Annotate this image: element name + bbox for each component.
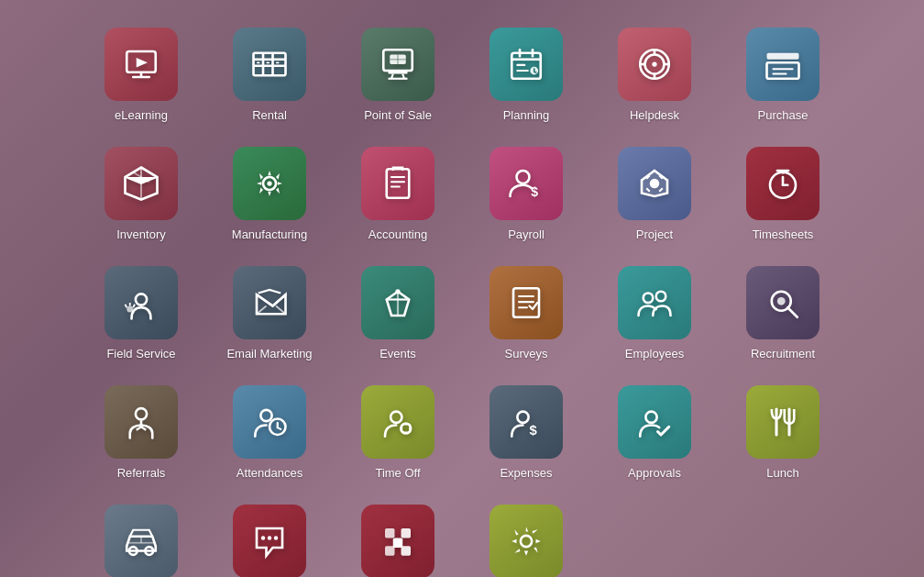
helpdesk-icon bbox=[618, 28, 691, 101]
events-icon bbox=[361, 266, 434, 339]
app-timesheets[interactable]: Timesheets bbox=[719, 138, 847, 257]
fieldservice-icon bbox=[104, 266, 178, 339]
app-grid: eLearning Rental Point of Sale Planning … bbox=[59, 0, 865, 577]
lunch-icon bbox=[746, 385, 820, 459]
purchase-icon bbox=[746, 28, 820, 101]
surveys-label: Surveys bbox=[505, 347, 548, 361]
app-project[interactable]: Project bbox=[590, 138, 719, 257]
svg-marker-1 bbox=[137, 58, 148, 68]
svg-point-58 bbox=[136, 294, 147, 305]
svg-rect-9 bbox=[257, 61, 260, 63]
svg-text:$: $ bbox=[531, 184, 538, 199]
app-emailmkt[interactable]: Email Marketing bbox=[205, 257, 334, 376]
employees-label: Employees bbox=[625, 347, 684, 361]
payroll-label: Payroll bbox=[508, 227, 544, 242]
svg-point-35 bbox=[652, 61, 656, 66]
app-manufacturing[interactable]: Manufacturing bbox=[205, 138, 334, 257]
svg-line-80 bbox=[278, 427, 281, 429]
timesheets-label: Timesheets bbox=[753, 227, 814, 242]
svg-rect-103 bbox=[385, 546, 395, 556]
svg-point-65 bbox=[395, 289, 400, 294]
payroll-icon: $ bbox=[490, 147, 563, 220]
app-accounting[interactable]: Accounting bbox=[334, 138, 462, 257]
svg-point-71 bbox=[656, 292, 666, 302]
app-timeoff[interactable]: Time Off bbox=[334, 376, 462, 495]
elearning-icon bbox=[104, 28, 178, 101]
app-pos[interactable]: Point of Sale bbox=[334, 18, 462, 138]
surveys-icon bbox=[490, 266, 563, 339]
rental-icon bbox=[233, 28, 306, 101]
app-payroll[interactable]: $ Payroll bbox=[462, 138, 590, 257]
app-approvals[interactable]: Approvals bbox=[590, 376, 719, 495]
app-purchase[interactable]: Purchase bbox=[719, 18, 847, 138]
planning-label: Planning bbox=[503, 108, 550, 123]
app-apps[interactable]: Apps bbox=[334, 495, 462, 577]
svg-line-62 bbox=[133, 305, 135, 308]
svg-text:$: $ bbox=[530, 423, 538, 438]
svg-rect-104 bbox=[402, 546, 412, 556]
app-surveys[interactable]: Surveys bbox=[462, 257, 590, 376]
svg-point-59 bbox=[126, 306, 133, 313]
svg-point-48 bbox=[650, 179, 660, 189]
app-lunch[interactable]: Lunch bbox=[719, 376, 847, 495]
svg-rect-11 bbox=[276, 61, 280, 63]
svg-point-97 bbox=[261, 536, 265, 539]
svg-rect-102 bbox=[393, 538, 403, 549]
timeoff-label: Time Off bbox=[375, 466, 420, 481]
app-helpdesk[interactable]: Helpdesk bbox=[590, 18, 719, 138]
emailmkt-icon bbox=[233, 266, 306, 339]
app-expenses[interactable]: $ Expenses bbox=[462, 376, 590, 495]
app-rental[interactable]: Rental bbox=[205, 18, 334, 138]
pos-icon bbox=[361, 28, 434, 101]
referrals-icon bbox=[104, 385, 178, 459]
approvals-icon bbox=[618, 385, 691, 459]
app-attendances[interactable]: Attendances bbox=[205, 376, 334, 495]
pos-label: Point of Sale bbox=[364, 108, 432, 123]
svg-rect-4 bbox=[254, 53, 286, 76]
svg-rect-10 bbox=[267, 61, 270, 63]
employees-icon bbox=[618, 266, 691, 339]
recruitment-label: Recruitment bbox=[751, 347, 815, 361]
app-planning[interactable]: Planning bbox=[462, 18, 590, 138]
timesheets-icon bbox=[746, 147, 820, 220]
app-referrals[interactable]: Referrals bbox=[77, 376, 205, 495]
livechat-icon bbox=[233, 505, 306, 577]
app-fieldservice[interactable]: Field Service bbox=[77, 257, 205, 376]
svg-point-46 bbox=[517, 171, 530, 183]
manufacturing-icon bbox=[233, 147, 306, 220]
svg-point-99 bbox=[274, 536, 278, 539]
svg-rect-100 bbox=[385, 528, 395, 538]
svg-point-81 bbox=[390, 412, 402, 423]
helpdesk-label: Helpdesk bbox=[630, 108, 679, 123]
attendances-label: Attendances bbox=[236, 466, 302, 481]
svg-rect-42 bbox=[387, 169, 410, 198]
accounting-label: Accounting bbox=[368, 227, 427, 242]
rental-label: Rental bbox=[252, 108, 287, 123]
app-livechat[interactable]: Live Chat bbox=[205, 495, 334, 577]
app-settings[interactable]: Settings bbox=[462, 495, 590, 577]
elearning-label: eLearning bbox=[115, 108, 168, 123]
svg-point-105 bbox=[521, 536, 532, 547]
fleet-icon bbox=[104, 505, 178, 577]
project-label: Project bbox=[636, 227, 673, 242]
referrals-label: Referrals bbox=[117, 466, 166, 481]
accounting-icon bbox=[361, 147, 434, 220]
app-recruitment[interactable]: Recruitment bbox=[719, 257, 847, 376]
recruitment-icon bbox=[746, 266, 820, 339]
app-fleet[interactable]: Fleet bbox=[77, 495, 205, 577]
inventory-label: Inventory bbox=[116, 227, 165, 242]
svg-point-98 bbox=[268, 536, 271, 539]
svg-point-90 bbox=[645, 412, 656, 423]
app-elearning[interactable]: eLearning bbox=[77, 18, 205, 138]
svg-point-41 bbox=[267, 181, 271, 185]
manufacturing-label: Manufacturing bbox=[232, 227, 307, 242]
app-events[interactable]: Events bbox=[334, 257, 462, 376]
app-inventory[interactable]: Inventory bbox=[77, 138, 205, 257]
events-label: Events bbox=[380, 347, 416, 361]
purchase-label: Purchase bbox=[758, 108, 808, 123]
app-employees[interactable]: Employees bbox=[590, 257, 719, 376]
fieldservice-label: Field Service bbox=[106, 347, 175, 361]
project-icon bbox=[618, 147, 691, 220]
attendances-icon bbox=[233, 385, 306, 459]
expenses-label: Expenses bbox=[500, 466, 552, 481]
